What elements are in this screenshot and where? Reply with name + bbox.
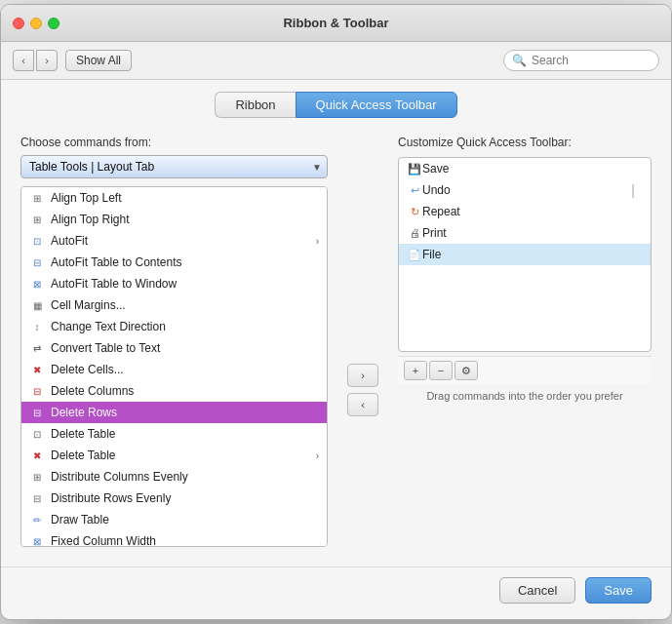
list-item[interactable]: ⊞ Distribute Columns Evenly	[21, 466, 327, 488]
item-label: Fixed Column Width	[51, 534, 156, 547]
main-window: Ribbon & Toolbar ‹ › Show All 🔍 Ribbon Q…	[0, 4, 672, 620]
item-label: Draw Table	[51, 513, 109, 526]
item-icon-delete-table: ⊡	[29, 427, 45, 441]
item-icon-margins: ▦	[29, 298, 45, 312]
submenu-arrow-icon: ›	[316, 450, 319, 461]
main-content: Choose commands from: Table Tools | Layo…	[1, 126, 671, 566]
qa-list-item[interactable]: ↻ Repeat	[399, 201, 651, 222]
qa-item-label: File	[422, 248, 643, 261]
qa-item-row: 🖨 Print	[407, 226, 643, 240]
list-item[interactable]: ⊡ Delete Table	[21, 423, 327, 445]
commands-list[interactable]: ⊞ Align Top Left ⊞ Align Top Right ⊡ Aut…	[20, 186, 328, 547]
item-icon-draw: ✏	[29, 513, 45, 526]
toolbar: ‹ › Show All 🔍	[1, 42, 671, 80]
qa-item-label: Undo	[422, 183, 643, 197]
back-button[interactable]: ‹	[13, 50, 34, 71]
qa-item-label: Repeat	[422, 205, 643, 218]
tab-ribbon[interactable]: Ribbon	[215, 92, 295, 118]
list-item[interactable]: ↕ Change Text Direction	[21, 316, 327, 337]
item-label: Change Text Direction	[51, 320, 166, 333]
qa-list-item[interactable]: ↩ Undo |	[399, 179, 651, 201]
qa-item-row: 💾 Save	[407, 162, 643, 176]
qa-icon-undo: ↩	[407, 183, 422, 197]
item-label: Delete Columns	[51, 384, 134, 398]
item-icon-autofit2: ⊟	[29, 255, 45, 269]
item-icon-delete-col: ⊟	[29, 384, 45, 398]
qa-list-item[interactable]: 🖨 Print	[399, 222, 651, 244]
add-item-button[interactable]: +	[404, 361, 427, 380]
qa-item-label: Save	[422, 162, 643, 176]
item-label: Convert Table to Text	[51, 341, 160, 355]
list-item[interactable]: ⊞ Align Top Left	[21, 187, 327, 209]
quick-access-label: Customize Quick Access Toolbar:	[398, 136, 652, 149]
save-button[interactable]: Save	[585, 577, 652, 604]
window-title: Ribbon & Toolbar	[283, 16, 388, 30]
list-item[interactable]: ⇄ Convert Table to Text	[21, 337, 327, 359]
list-item[interactable]: ✏ Draw Table	[21, 509, 327, 530]
choose-label: Choose commands from:	[20, 136, 328, 149]
qa-list-item[interactable]: 💾 Save	[399, 158, 651, 179]
left-panel: Choose commands from: Table Tools | Layo…	[20, 136, 328, 547]
commands-dropdown[interactable]: Table Tools | Layout Tab	[20, 155, 328, 178]
search-input[interactable]	[532, 54, 651, 67]
item-label: Delete Cells...	[51, 363, 124, 376]
qa-item-row: 📄 File	[407, 248, 643, 261]
tab-bar: Ribbon Quick Access Toolbar	[1, 80, 671, 126]
list-item[interactable]: ⊞ Align Top Right	[21, 209, 327, 230]
minimize-button[interactable]	[30, 18, 42, 29]
right-panel: Customize Quick Access Toolbar: 💾 Save ↩…	[398, 136, 652, 547]
item-icon-fixed: ⊠	[29, 534, 45, 547]
list-item[interactable]: ⊟ Delete Rows	[21, 402, 327, 423]
item-label: Delete Table	[51, 448, 116, 462]
item-label: Align Top Right	[51, 213, 130, 226]
list-item[interactable]: ⊠ Fixed Column Width	[21, 530, 327, 547]
cancel-button[interactable]: Cancel	[499, 577, 575, 604]
forward-button[interactable]: ›	[36, 50, 58, 71]
item-label: Distribute Columns Evenly	[51, 470, 188, 484]
item-icon-autofit: ⊡	[29, 234, 45, 248]
item-icon-dist-col: ⊞	[29, 470, 45, 484]
item-icon-delete-red: ✖	[29, 363, 45, 376]
drag-hint: Drag commands into the order you prefer	[398, 390, 652, 402]
item-icon-convert: ⇄	[29, 341, 45, 355]
item-label: Distribute Rows Evenly	[51, 491, 171, 505]
footer: Cancel Save	[1, 566, 671, 619]
nav-buttons: ‹ ›	[13, 50, 58, 71]
maximize-button[interactable]	[48, 18, 59, 29]
middle-buttons: › ‹	[347, 136, 378, 547]
list-item[interactable]: ⊡ AutoFit ›	[21, 230, 327, 252]
item-icon-autofit3: ⊠	[29, 277, 45, 291]
qa-item-row: ↻ Repeat	[407, 205, 643, 218]
qa-icon-repeat: ↻	[407, 205, 422, 218]
add-to-toolbar-button[interactable]: ›	[347, 364, 378, 387]
list-item[interactable]: ✖ Delete Table ›	[21, 445, 327, 466]
list-item[interactable]: ⊟ Distribute Rows Evenly	[21, 488, 327, 509]
traffic-lights	[13, 18, 59, 29]
qa-item-label: Print	[422, 226, 643, 240]
item-icon-delete-table2: ✖	[29, 448, 45, 462]
tab-quick-access[interactable]: Quick Access Toolbar	[296, 92, 457, 118]
list-item[interactable]: ▦ Cell Margins...	[21, 294, 327, 316]
quick-access-list[interactable]: 💾 Save ↩ Undo | ↻ Repeat 🖨 Print 📄 File	[398, 157, 652, 352]
remove-from-toolbar-button[interactable]: ‹	[347, 393, 378, 416]
qa-icon-print: 🖨	[407, 226, 422, 240]
qa-list-item[interactable]: 📄 File	[399, 244, 651, 265]
list-item[interactable]: ⊟ AutoFit Table to Contents	[21, 252, 327, 273]
list-item[interactable]: ✖ Delete Cells...	[21, 359, 327, 380]
item-label: Align Top Left	[51, 191, 122, 205]
item-label: AutoFit Table to Window	[51, 277, 177, 291]
dropdown-container: Table Tools | Layout Tab ▼	[20, 155, 328, 178]
item-label: Delete Rows	[51, 406, 117, 419]
show-all-button[interactable]: Show All	[65, 50, 132, 71]
item-icon-table: ⊞	[29, 191, 45, 205]
separator-icon: |	[631, 182, 635, 198]
list-item[interactable]: ⊟ Delete Columns	[21, 380, 327, 402]
item-icon-dist-row: ⊟	[29, 491, 45, 505]
remove-item-button[interactable]: −	[429, 361, 453, 380]
item-icon-textdir: ↕	[29, 320, 45, 333]
item-label: AutoFit	[51, 234, 88, 248]
list-item[interactable]: ⊠ AutoFit Table to Window	[21, 273, 327, 294]
settings-button[interactable]: ⚙	[455, 361, 478, 380]
close-button[interactable]	[13, 18, 24, 29]
qa-item-row: ↩ Undo |	[407, 183, 643, 197]
